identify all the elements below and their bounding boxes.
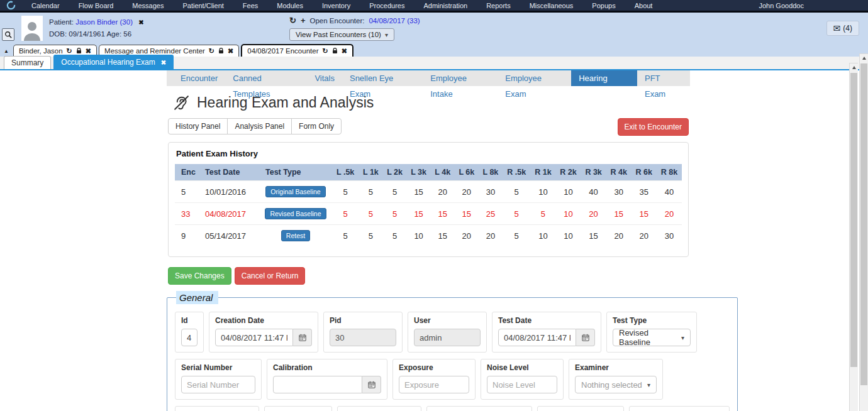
close-tab-icon[interactable]: ✖ bbox=[342, 47, 347, 55]
threshold-cell: 15 bbox=[407, 203, 431, 225]
creation-date-field[interactable] bbox=[215, 329, 293, 346]
menu-fees[interactable]: Fees bbox=[233, 2, 267, 9]
user-field-box: User bbox=[408, 312, 487, 353]
noise-level-field[interactable] bbox=[487, 376, 557, 393]
threshold-cell: 5 bbox=[332, 203, 359, 225]
scroll-up-icon[interactable] bbox=[850, 63, 858, 72]
search-button[interactable] bbox=[2, 28, 14, 41]
form-nav-snellen-eye-exam[interactable]: Snellen Eye Exam bbox=[342, 70, 423, 86]
threshold-cell: 5 bbox=[332, 225, 359, 247]
calendar-icon[interactable] bbox=[362, 376, 381, 393]
history-panel-button[interactable]: History Panel bbox=[168, 118, 228, 134]
messages-button[interactable]: ✉ (4) bbox=[826, 21, 859, 36]
menu-inventory[interactable]: Inventory bbox=[313, 2, 360, 9]
menu-messages[interactable]: Messages bbox=[123, 2, 173, 9]
threshold-cell: 30 bbox=[606, 181, 632, 203]
menu-miscellaneous[interactable]: Miscellaneous bbox=[520, 2, 583, 9]
refresh-encounter-icon[interactable]: ↻ bbox=[289, 16, 296, 25]
col-r-1k: R 1k bbox=[530, 164, 555, 181]
field-row: Serial NumberCalibrationExposureNoise Le… bbox=[175, 359, 730, 400]
menu-flow-board[interactable]: Flow Board bbox=[69, 2, 123, 9]
test-type-badge[interactable]: Retest bbox=[281, 230, 310, 241]
lock-icon[interactable] bbox=[76, 48, 82, 54]
form-nav-vitals[interactable]: Vitals bbox=[307, 70, 342, 86]
test-date-field[interactable] bbox=[498, 329, 576, 346]
form-nav-pft-exam[interactable]: PFT Exam bbox=[637, 70, 690, 86]
menu-about[interactable]: About bbox=[625, 2, 662, 9]
exposure-field[interactable] bbox=[399, 376, 469, 393]
threshold-cell: 10 bbox=[407, 225, 431, 247]
save-changes-button[interactable]: Save Changes bbox=[168, 267, 231, 285]
refresh-tab-icon[interactable]: ↻ bbox=[322, 47, 328, 55]
menu-reports[interactable]: Reports bbox=[477, 2, 520, 9]
threshold-cell: 5 bbox=[359, 181, 382, 203]
window-tab-label: Binder, Jason bbox=[19, 47, 63, 55]
serial-number-field-box: Serial Number bbox=[175, 359, 262, 400]
form-only-button[interactable]: Form Only bbox=[291, 118, 342, 134]
pid-field[interactable] bbox=[330, 329, 396, 346]
form-nav-hearing-exam[interactable]: Hearing Exam bbox=[571, 70, 637, 86]
menu-patient-client[interactable]: Patient/Client bbox=[173, 2, 233, 9]
col-l-6k: L 6k bbox=[455, 164, 479, 181]
form-nav-employee-exam[interactable]: Employee Exam bbox=[498, 70, 571, 86]
outer-scroll-thumb[interactable] bbox=[860, 63, 867, 385]
test-type-badge[interactable]: Revised Baseline bbox=[265, 208, 326, 219]
serial-number-field-label: Serial Number bbox=[181, 363, 255, 372]
search-icon bbox=[4, 31, 12, 38]
view-past-encounters-button[interactable]: View Past Encounters (10) ▾ bbox=[289, 28, 394, 41]
scroll-up-icon[interactable] bbox=[860, 54, 868, 62]
menu-popups[interactable]: Popups bbox=[582, 2, 625, 9]
form-nav-canned-templates[interactable]: Canned Templates bbox=[225, 70, 307, 86]
threshold-cell: 15 bbox=[431, 203, 455, 225]
outer-scrollbar[interactable] bbox=[859, 53, 868, 411]
menu-procedures[interactable]: Procedures bbox=[360, 2, 414, 9]
threshold-cell: 25 bbox=[479, 203, 503, 225]
form-nav-employee-intake[interactable]: Employee Intake bbox=[423, 70, 498, 86]
menu-calendar[interactable]: Calendar bbox=[22, 2, 69, 9]
close-tab-icon[interactable]: ✖ bbox=[86, 47, 91, 55]
patient-name-link[interactable]: Jason Binder (30) bbox=[75, 18, 133, 26]
window-tab-04-08-2017-encounter[interactable]: 04/08/2017 Encounter↻✖ bbox=[241, 44, 353, 57]
add-encounter-icon[interactable]: + bbox=[301, 16, 306, 25]
exit-to-encounter-button[interactable]: Exit to Encounter bbox=[618, 118, 689, 136]
cancel-or-return-button[interactable]: Cancel or Return bbox=[235, 267, 306, 285]
test-type-select-box: Test TypeRevised Baseline▾ bbox=[606, 312, 697, 353]
current-user[interactable]: John Gooddoc bbox=[759, 2, 804, 9]
refresh-tab-icon[interactable]: ↻ bbox=[67, 47, 72, 55]
form-nav-encounter[interactable]: Encounter bbox=[173, 70, 225, 86]
tab-summary[interactable]: Summary bbox=[4, 56, 51, 69]
test-type-badge[interactable]: Original Baseline bbox=[265, 186, 325, 197]
panel-view-buttons: History PanelAnalysis PanelForm Only bbox=[168, 118, 342, 134]
test-type-select[interactable]: Revised Baseline▾ bbox=[613, 329, 691, 346]
patient-close-icon[interactable]: ✖ bbox=[138, 19, 143, 26]
calendar-icon[interactable] bbox=[293, 329, 312, 346]
open-encounter-link[interactable]: 04/08/2017 (33) bbox=[369, 17, 420, 25]
test-date-cell: 04/08/2017 bbox=[199, 203, 259, 225]
test-date-cell: 10/01/2016 bbox=[199, 181, 259, 203]
examiner-select[interactable]: Nothing selected▾ bbox=[575, 376, 657, 393]
close-tab-icon[interactable]: ✖ bbox=[228, 47, 233, 55]
id-field[interactable] bbox=[181, 329, 198, 346]
encounter-block: ↻ + Open Encounter: 04/08/2017 (33) View… bbox=[289, 16, 420, 41]
exposure-field-label: Exposure bbox=[399, 363, 469, 372]
close-icon[interactable]: ✖ bbox=[161, 59, 166, 66]
lock-icon[interactable] bbox=[218, 48, 224, 54]
refresh-tab-icon[interactable]: ↻ bbox=[209, 47, 214, 55]
inner-scroll-thumb[interactable] bbox=[850, 73, 857, 367]
collapse-tabs-icon[interactable]: ▲ bbox=[4, 48, 9, 54]
menu-modules[interactable]: Modules bbox=[267, 2, 313, 9]
tab-occupational-hearing-exam[interactable]: Occupational Hearing Exam ✖ bbox=[53, 55, 174, 69]
inner-scrollbar[interactable] bbox=[849, 63, 858, 411]
serial-number-field[interactable] bbox=[181, 376, 255, 393]
menu-administration[interactable]: Administration bbox=[414, 2, 477, 9]
lock-icon[interactable] bbox=[332, 48, 338, 54]
col-r-6k: R 6k bbox=[632, 164, 657, 181]
retest-field-box: Retest bbox=[426, 406, 532, 411]
calendar-icon[interactable] bbox=[576, 329, 595, 346]
test-date-field-label: Test Date bbox=[498, 316, 595, 325]
analysis-panel-button[interactable]: Analysis Panel bbox=[227, 118, 292, 134]
calibration-field[interactable] bbox=[273, 376, 362, 393]
user-field[interactable] bbox=[414, 329, 481, 346]
col-enc: Enc bbox=[175, 164, 199, 181]
threshold-cell: 20 bbox=[455, 225, 479, 247]
